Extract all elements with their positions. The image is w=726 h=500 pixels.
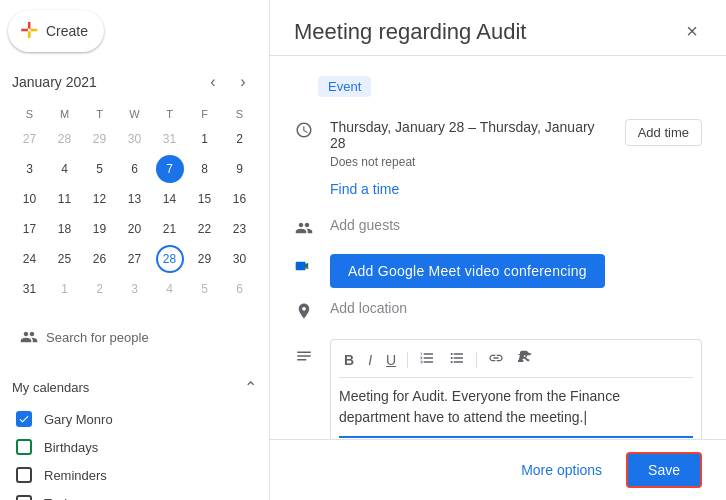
dow-sun: S: [12, 104, 47, 124]
cal-day[interactable]: 10: [16, 185, 44, 213]
cal-day[interactable]: 27: [121, 245, 149, 273]
calendar-checkbox-tasks[interactable]: [16, 495, 32, 500]
description-textarea[interactable]: Meeting for Audit. Everyone from the Fin…: [339, 386, 693, 438]
clear-format-button[interactable]: [513, 348, 539, 371]
create-icon: ✛: [20, 20, 38, 42]
add-meet-button[interactable]: Add Google Meet video conferencing: [330, 254, 605, 288]
dow-thu: T: [152, 104, 187, 124]
cal-day[interactable]: 4: [156, 275, 184, 303]
calendar-item-gary[interactable]: Gary Monro: [8, 405, 261, 433]
cal-day[interactable]: 5: [191, 275, 219, 303]
cal-day[interactable]: 6: [226, 275, 254, 303]
add-time-button[interactable]: Add time: [625, 119, 702, 146]
create-label: Create: [46, 23, 88, 39]
cal-day[interactable]: 17: [16, 215, 44, 243]
cal-day[interactable]: 3: [16, 155, 44, 183]
time-row: Thursday, January 28 – Thursday, January…: [270, 113, 726, 175]
ordered-list-button[interactable]: [414, 348, 440, 371]
description-toolbar: B I U: [339, 348, 693, 378]
cal-day[interactable]: 14: [156, 185, 184, 213]
cal-day[interactable]: 20: [121, 215, 149, 243]
more-options-button[interactable]: More options: [509, 454, 614, 486]
cal-day[interactable]: 21: [156, 215, 184, 243]
underline-button[interactable]: U: [381, 350, 401, 370]
link-button[interactable]: [483, 348, 509, 371]
calendar-checkbox-gary[interactable]: [16, 411, 32, 427]
event-panel: Meeting regarding Audit × Event Thursday…: [270, 0, 726, 500]
clock-icon: [294, 121, 314, 144]
cal-day[interactable]: 9: [226, 155, 254, 183]
cal-day[interactable]: 12: [86, 185, 114, 213]
cal-day[interactable]: 3: [121, 275, 149, 303]
cal-day[interactable]: 29: [86, 125, 114, 153]
calendar-item-birthdays[interactable]: Birthdays: [8, 433, 261, 461]
cal-day-selected[interactable]: 28: [156, 245, 184, 273]
location-icon: [294, 302, 314, 325]
cal-day[interactable]: 30: [121, 125, 149, 153]
calendar-name-gary: Gary Monro: [44, 412, 113, 427]
cal-day[interactable]: 5: [86, 155, 114, 183]
calendar-name-birthdays: Birthdays: [44, 440, 98, 455]
toolbar-divider-2: [476, 352, 477, 368]
prev-month-button[interactable]: ‹: [199, 68, 227, 96]
cal-day[interactable]: 2: [86, 275, 114, 303]
cal-day[interactable]: 18: [51, 215, 79, 243]
search-people-field[interactable]: Search for people: [12, 320, 257, 354]
save-button[interactable]: Save: [626, 452, 702, 488]
cal-day[interactable]: 25: [51, 245, 79, 273]
calendar-item-reminders[interactable]: Reminders: [8, 461, 261, 489]
mini-calendar: January 2021 ‹ › S M T W T F S 27 28 29 …: [8, 68, 261, 304]
time-range-text: Thursday, January 28 – Thursday, January…: [330, 119, 609, 151]
cal-day[interactable]: 26: [86, 245, 114, 273]
calendar-grid: S M T W T F S 27 28 29 30 31 1 2 3 4 5 6…: [12, 104, 257, 304]
calendar-name-tasks: Tasks: [44, 496, 77, 501]
description-section[interactable]: B I U: [330, 339, 702, 439]
cal-day[interactable]: 31: [16, 275, 44, 303]
calendar-name-reminders: Reminders: [44, 468, 107, 483]
cal-day[interactable]: 1: [191, 125, 219, 153]
next-month-button[interactable]: ›: [229, 68, 257, 96]
guests-icon: [294, 219, 314, 242]
bullet-list-button[interactable]: [444, 348, 470, 371]
people-icon: [20, 328, 38, 346]
cal-day[interactable]: 15: [191, 185, 219, 213]
guests-row[interactable]: Add guests: [270, 211, 726, 248]
my-calendars-section: My calendars ⌃: [8, 370, 261, 405]
repeat-text: Does not repeat: [330, 155, 609, 169]
cal-day[interactable]: 4: [51, 155, 79, 183]
cal-day[interactable]: 19: [86, 215, 114, 243]
cal-day-today[interactable]: 7: [156, 155, 184, 183]
cal-day[interactable]: 2: [226, 125, 254, 153]
sidebar: ✛ Create January 2021 ‹ › S M T W T F S …: [0, 0, 270, 500]
cal-day[interactable]: 8: [191, 155, 219, 183]
find-time-link[interactable]: Find a time: [330, 181, 399, 197]
close-button[interactable]: ×: [682, 16, 702, 47]
cal-day[interactable]: 22: [191, 215, 219, 243]
add-location-field[interactable]: Add location: [330, 300, 407, 316]
cal-day[interactable]: 6: [121, 155, 149, 183]
italic-button[interactable]: I: [363, 350, 377, 370]
cal-day[interactable]: 31: [156, 125, 184, 153]
cal-day[interactable]: 1: [51, 275, 79, 303]
location-row[interactable]: Add location: [270, 294, 726, 331]
calendar-checkbox-reminders[interactable]: [16, 467, 32, 483]
cal-day[interactable]: 24: [16, 245, 44, 273]
meet-row: Add Google Meet video conferencing: [270, 248, 726, 294]
cal-day[interactable]: 28: [51, 125, 79, 153]
add-guests-field[interactable]: Add guests: [330, 217, 400, 233]
calendar-checkbox-birthdays[interactable]: [16, 439, 32, 455]
dow-wed: W: [117, 104, 152, 124]
create-button[interactable]: ✛ Create: [8, 10, 104, 52]
cal-day[interactable]: 13: [121, 185, 149, 213]
cal-day[interactable]: 11: [51, 185, 79, 213]
calendar-item-tasks[interactable]: Tasks: [8, 489, 261, 500]
cal-day[interactable]: 23: [226, 215, 254, 243]
description-row: B I U: [270, 331, 726, 439]
cal-day[interactable]: 29: [191, 245, 219, 273]
toolbar-divider-1: [407, 352, 408, 368]
collapse-calendars-button[interactable]: ⌃: [244, 378, 257, 397]
bold-button[interactable]: B: [339, 350, 359, 370]
cal-day[interactable]: 30: [226, 245, 254, 273]
cal-day[interactable]: 16: [226, 185, 254, 213]
cal-day[interactable]: 27: [16, 125, 44, 153]
